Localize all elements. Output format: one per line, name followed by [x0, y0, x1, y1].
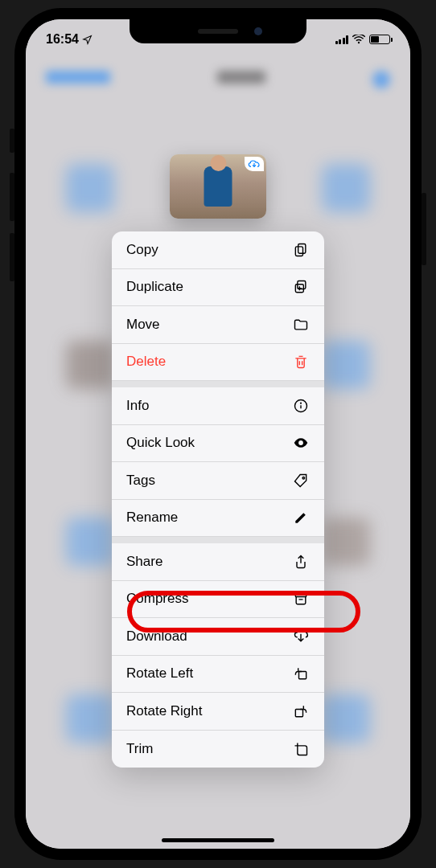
svg-point-7 — [298, 440, 303, 445]
menu-item-label: Quick Look — [126, 435, 195, 451]
power-button — [422, 193, 426, 265]
menu-item-rotate-left[interactable]: Rotate Left — [112, 656, 324, 694]
folder-icon — [292, 316, 310, 334]
menu-item-label: Tags — [126, 473, 155, 489]
pencil-icon — [292, 509, 310, 526]
status-time: 16:54 — [46, 32, 79, 47]
svg-point-6 — [301, 403, 302, 403]
rotate-right-icon — [292, 702, 310, 720]
cloud-download-badge — [245, 157, 264, 171]
trash-icon — [292, 353, 310, 371]
menu-item-rename[interactable]: Rename — [112, 500, 324, 538]
svg-rect-1 — [298, 244, 306, 253]
svg-rect-11 — [295, 709, 302, 716]
menu-item-rotate-right[interactable]: Rotate Right — [112, 693, 324, 731]
menu-item-quick-look[interactable]: Quick Look — [112, 425, 324, 463]
cellular-signal-icon — [335, 35, 349, 44]
phone-frame: 16:54 — [14, 8, 422, 860]
share-icon — [292, 553, 310, 571]
earpiece-speaker — [198, 29, 238, 34]
home-indicator[interactable] — [162, 838, 274, 842]
wifi-icon — [352, 35, 365, 44]
eye-icon — [292, 434, 310, 452]
menu-item-share[interactable]: Share — [112, 543, 324, 581]
status-left: 16:54 — [46, 32, 93, 47]
svg-rect-2 — [295, 247, 302, 256]
svg-point-8 — [302, 477, 305, 479]
svg-rect-9 — [295, 594, 306, 597]
menu-item-move[interactable]: Move — [112, 306, 324, 344]
menu-item-delete[interactable]: Delete — [112, 344, 324, 382]
svg-point-0 — [358, 42, 360, 43]
duplicate-icon — [292, 278, 310, 296]
menu-item-label: Rotate Left — [126, 665, 193, 682]
phone-screen: 16:54 — [26, 19, 410, 849]
archive-icon — [292, 590, 310, 608]
download-icon — [292, 628, 310, 645]
trim-icon — [292, 740, 310, 758]
location-icon — [82, 35, 93, 45]
menu-item-label: Copy — [126, 242, 158, 258]
menu-separator — [112, 537, 324, 543]
menu-item-duplicate[interactable]: Duplicate — [112, 269, 324, 307]
rotate-left-icon — [292, 665, 310, 682]
info-icon — [292, 397, 310, 415]
menu-item-label: Trim — [126, 741, 153, 757]
menu-item-label: Rename — [126, 510, 178, 526]
menu-item-tags[interactable]: Tags — [112, 462, 324, 500]
svg-rect-10 — [299, 672, 306, 679]
menu-item-info[interactable]: Info — [112, 387, 324, 425]
file-preview-thumbnail[interactable] — [170, 154, 266, 219]
menu-item-copy[interactable]: Copy — [112, 231, 324, 269]
copy-icon — [292, 241, 310, 259]
menu-item-label: Download — [126, 628, 187, 645]
status-right — [335, 35, 391, 44]
menu-item-label: Move — [126, 317, 160, 333]
menu-item-label: Rotate Right — [126, 703, 203, 719]
tag-icon — [292, 472, 310, 489]
menu-item-label: Compress — [126, 591, 188, 607]
menu-item-label: Share — [126, 554, 162, 570]
notch — [130, 19, 306, 43]
menu-item-trim[interactable]: Trim — [112, 731, 324, 768]
menu-item-compress[interactable]: Compress — [112, 581, 324, 619]
front-camera — [254, 27, 262, 35]
menu-separator — [112, 381, 324, 387]
context-menu: CopyDuplicateMoveDeleteInfoQuick LookTag… — [112, 231, 324, 768]
menu-item-label: Duplicate — [126, 279, 183, 295]
menu-item-download[interactable]: Download — [112, 618, 324, 656]
menu-item-label: Info — [126, 398, 149, 414]
menu-item-label: Delete — [126, 354, 166, 370]
thumbnail-content — [204, 166, 232, 207]
battery-icon — [369, 35, 390, 44]
